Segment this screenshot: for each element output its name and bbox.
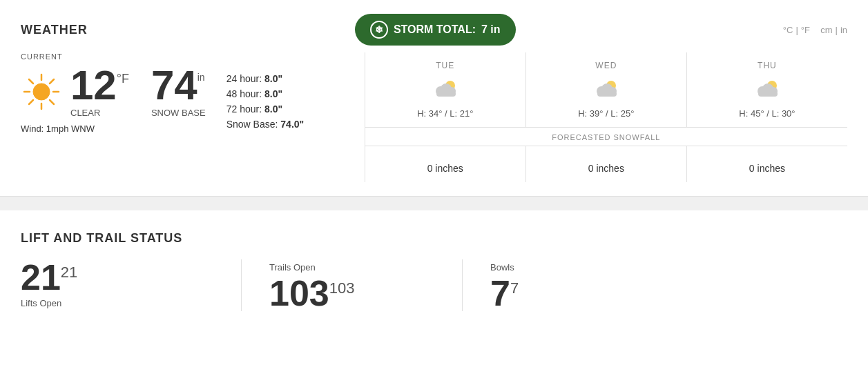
hour24-label: 24 hour:	[226, 73, 262, 84]
svg-line-7	[50, 79, 54, 83]
day-temps: H: 39° / L: 25°	[578, 108, 634, 119]
current-section: CURRENT 12	[21, 52, 206, 134]
day-label: WED	[595, 61, 617, 70]
day-icon	[754, 79, 780, 100]
day-icon	[593, 79, 619, 100]
snow-base-unit: in	[197, 72, 205, 83]
bowls-label: Bowls	[490, 262, 656, 273]
snowfall-col-wed: 0 inches	[526, 146, 687, 182]
lifts-open: 21	[21, 257, 61, 297]
wind-info: Wind: 1mph WNW	[21, 123, 206, 134]
current-temp-unit: °F	[117, 72, 129, 86]
day-label: TUE	[436, 61, 454, 70]
snowfall-value: 0 inches	[749, 155, 785, 174]
snowfall-value: 0 inches	[588, 155, 624, 174]
storm-total-value: 7 in	[481, 23, 501, 36]
trails-open-label: Trails Open	[269, 262, 434, 273]
svg-rect-13	[436, 91, 456, 97]
trails-total: 103	[329, 279, 355, 297]
trails-stat: Trails Open 103103	[242, 259, 463, 311]
hour72-label: 72 hour:	[226, 103, 262, 115]
day-temps: H: 45° / L: 30°	[739, 108, 795, 119]
snowbase-label: Snow Base:	[226, 119, 278, 130]
snowbase-value: 74.0"	[280, 119, 304, 130]
lifts-stat: 2121 Lifts Open	[21, 259, 242, 311]
day-temps: H: 34° / L: 21°	[417, 108, 473, 119]
fahrenheit-unit[interactable]: °F	[801, 25, 810, 35]
current-label: CURRENT	[21, 52, 206, 61]
lift-trail-title: LIFT AND TRAIL STATUS	[21, 231, 847, 246]
storm-total-badge: ❄ STORM TOTAL: 7 in	[355, 14, 516, 46]
lifts-total: 21	[61, 264, 77, 281]
current-condition: CLEAR	[70, 108, 129, 118]
day-icon	[432, 79, 459, 100]
bowls-stat: Bowls 77	[463, 259, 684, 311]
svg-point-0	[33, 83, 50, 100]
svg-rect-18	[597, 91, 617, 97]
unit-sep1: |	[795, 25, 798, 35]
weather-title: WEATHER	[21, 23, 88, 37]
forecast-day-col-thu: THU H: 45° / L: 30°	[687, 52, 847, 127]
unit-sep2: |	[835, 25, 837, 35]
snowfall-label: FORECASTED SNOWFALL	[365, 133, 847, 141]
bowls-open: 7	[490, 273, 510, 313]
gray-separator	[0, 197, 868, 210]
hour72-value: 8.0"	[264, 103, 282, 115]
snow-stats: 24 hour: 8.0" 48 hour: 8.0" 72 hour: 8.0…	[226, 73, 351, 134]
snowfall-value: 0 inches	[427, 155, 463, 174]
storm-total-label: STORM TOTAL:	[394, 23, 476, 36]
forecast-day-col-tue: TUE H: 34° / L: 21°	[365, 52, 526, 127]
svg-line-6	[50, 100, 54, 104]
forecast-area: TUE H: 34° / L: 21° WED H: 39° / L: 25° …	[365, 52, 847, 182]
forecast-day-col-wed: WED H: 39° / L: 25°	[526, 52, 687, 127]
sun-icon	[21, 71, 62, 112]
snow-base-label: SNOW BASE	[151, 108, 206, 118]
svg-line-8	[29, 100, 33, 104]
day-label: THU	[758, 61, 777, 70]
current-temp: 12	[70, 65, 117, 106]
snowflake-icon: ❄	[370, 21, 388, 39]
inches-unit[interactable]: in	[840, 25, 847, 35]
svg-line-5	[29, 79, 33, 83]
trails-open: 103	[269, 273, 329, 313]
unit-switcher[interactable]: °C | °F cm | in	[783, 25, 847, 35]
bowls-total: 7	[510, 279, 519, 297]
snowfall-col-thu: 0 inches	[687, 146, 847, 182]
hour24-value: 8.0"	[264, 73, 282, 84]
cm-unit[interactable]: cm	[820, 25, 832, 35]
hour48-label: 48 hour:	[226, 88, 262, 99]
snowfall-col-tue: 0 inches	[365, 146, 526, 182]
celsius-unit[interactable]: °C	[783, 25, 793, 35]
svg-rect-23	[758, 91, 778, 97]
snow-base-value: 74	[151, 65, 197, 106]
lifts-label: Lifts Open	[21, 298, 213, 308]
hour48-value: 8.0"	[264, 88, 282, 99]
